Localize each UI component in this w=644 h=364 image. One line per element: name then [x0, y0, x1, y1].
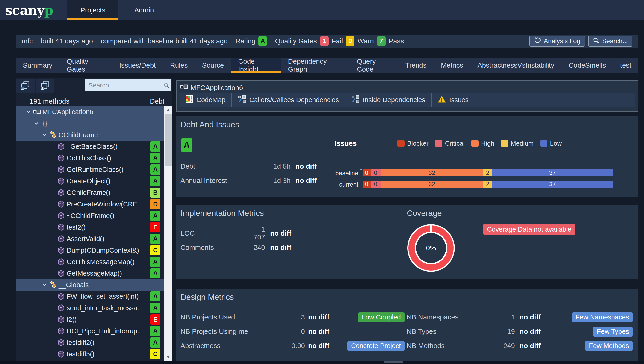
metric-row: Debt1d 5hno diff — [180, 159, 317, 173]
project-rating-badge: A — [182, 138, 192, 152]
tree-row[interactable]: send_inter_task_messa...A — [16, 302, 164, 314]
horizontal-scrollbar[interactable] — [0, 361, 644, 364]
tree-item-label: CChildFrame — [58, 131, 98, 139]
tab-issues-debt[interactable]: Issues/Debt — [112, 58, 163, 73]
legend-item: Medium — [501, 140, 534, 147]
tree-row[interactable]: Dump(CDumpContext&)C — [16, 244, 164, 256]
metric-label: LOC — [180, 229, 250, 237]
tree-row[interactable]: HCI_Pipe_Halt_interrup...A — [16, 325, 164, 337]
tree-row[interactable]: GetThisMessageMap()A — [16, 256, 164, 268]
debt-and-issues-panel: Debt And Issues A Debt1d 5hno diffAnnual… — [176, 116, 638, 197]
inside-dependencies-button[interactable]: Inside Dependencies — [345, 93, 431, 107]
tree-search-input[interactable] — [85, 79, 172, 91]
tab-code-insight[interactable]: Code Insight — [231, 58, 281, 73]
tree-item-label: FW_flow_set_assert(int) — [66, 293, 139, 300]
coverage-percent: 0% — [416, 233, 446, 263]
tree-row[interactable]: ~CChildFrame()A — [16, 210, 164, 221]
tree-row[interactable]: CChildFrame()B — [16, 187, 164, 198]
tree-row[interactable]: test2()E — [16, 221, 164, 233]
tab-test[interactable]: test — [613, 58, 638, 73]
rating-badge: A — [150, 337, 160, 348]
tree-row[interactable]: GetMessageMap()A — [16, 268, 164, 279]
tab-trends[interactable]: Trends — [398, 58, 434, 73]
method-icon — [56, 154, 66, 162]
metric-badge: Few Namespaces — [572, 312, 633, 322]
metric-value: 19 — [483, 327, 515, 335]
metric-diff: no diff — [520, 327, 541, 335]
coverage-donut-chart: 0% — [407, 224, 455, 272]
tree-item-label: GetRuntimeClass() — [66, 166, 124, 173]
tab-dependency-graph[interactable]: Dependency Graph — [281, 58, 350, 73]
tree-row[interactable]: _GetBaseClass()A — [16, 141, 164, 152]
bar-segment-low: 37 — [492, 181, 613, 188]
legend-item: Critical — [435, 140, 465, 147]
metric-value: 240 — [250, 244, 265, 251]
metric-row: NB Methods249no diffFew Methods — [406, 339, 633, 353]
tree-row[interactable]: __Globals — [16, 279, 164, 291]
scroll-up-arrow-icon[interactable]: ▲ — [164, 106, 172, 113]
metric-label: NB Types — [406, 327, 483, 335]
tree-row[interactable]: PreCreateWindow(CRE...D — [16, 198, 164, 210]
method-icon — [56, 258, 66, 265]
tree-item-label: __Globals — [58, 281, 89, 289]
logo-accent-letter: p — [44, 3, 53, 18]
tab-summary[interactable]: Summary — [16, 58, 60, 73]
analysis-log-button[interactable]: Analysis Log — [530, 36, 585, 47]
metric-badge: Few Methods — [585, 341, 633, 351]
tree-row[interactable]: {} — [16, 118, 164, 129]
tree-row[interactable]: f2()E — [16, 314, 164, 325]
tree-row[interactable]: testdiff2()A — [16, 337, 164, 348]
metric-diff: no diff — [270, 229, 291, 237]
pass-label: Pass — [388, 37, 404, 45]
selected-item-title: MFCApplication6 — [176, 81, 638, 93]
tab-source[interactable]: Source — [195, 58, 231, 73]
tree-item-label: Dump(CDumpContext&) — [66, 247, 139, 254]
metric-value: 1 — [483, 313, 515, 321]
tree-row[interactable]: GetRuntimeClass()A — [16, 164, 164, 175]
metric-label: NB Namespaces — [406, 313, 483, 321]
tab-abstractnessvsinstability[interactable]: AbstractnessVsInstability — [470, 58, 561, 73]
tab-codesmells[interactable]: CodeSmells — [562, 58, 613, 73]
tab-rules[interactable]: Rules — [163, 58, 195, 73]
bar-segment-blocker: 0 — [362, 169, 371, 176]
tab-query-code[interactable]: Query Code — [350, 58, 398, 73]
nav-tab-admin[interactable]: Admin — [118, 0, 170, 20]
method-icon — [56, 304, 66, 312]
top-navbar: scanyp ProjectsAdmin — [0, 0, 644, 20]
global-search-button[interactable]: Search... — [588, 36, 632, 47]
tree-row[interactable]: GetThisClass()A — [16, 152, 164, 164]
codemap-button[interactable]: CodeMap — [179, 93, 232, 107]
section-title: Design Metrics — [180, 292, 234, 302]
tree-row[interactable]: AssertValid()A — [16, 233, 164, 244]
class-icon — [48, 281, 58, 289]
main-tab-bar: SummaryQuality GatesIssues/DebtRulesSour… — [16, 58, 638, 73]
tab-quality-gates[interactable]: Quality Gates — [60, 58, 112, 73]
metric-badge: Few Types — [593, 327, 633, 336]
coverage-unavailable-badge: Coverage Data not available — [483, 224, 575, 235]
metric-diff: no diff — [308, 327, 330, 335]
tree-row[interactable]: MFCApplication6 — [16, 106, 164, 118]
bar-segment-high: 32 — [380, 181, 483, 188]
tree-item-label: send_inter_task_messa... — [66, 304, 143, 312]
tree-item-label: f2() — [66, 316, 77, 323]
collapse-all-button[interactable] — [16, 79, 34, 93]
tab-metrics[interactable]: Metrics — [434, 58, 470, 73]
tree-row[interactable]: CreateObject()A — [16, 175, 164, 187]
rating-badge: B — [150, 188, 160, 198]
scroll-down-arrow-icon[interactable]: ▼ — [164, 354, 172, 361]
rating-badge: A — [150, 164, 160, 175]
callers-callees-dependencies-button[interactable]: Callers/Callees Dependencies — [232, 93, 345, 107]
tree-row[interactable]: CChildFrame — [16, 129, 164, 141]
warn-label: Warn — [358, 37, 374, 45]
metric-row: LOC1 707no diff — [180, 226, 291, 240]
tree-row[interactable]: testdiff5()C — [16, 348, 164, 360]
horizontal-scrollbar-thumb[interactable] — [384, 361, 403, 363]
scrollbar-thumb[interactable] — [165, 114, 172, 166]
nav-tab-projects[interactable]: Projects — [67, 0, 118, 20]
bar-segment-low: 37 — [492, 169, 613, 176]
bar-row-label: current — [322, 181, 358, 188]
tree-vertical-scrollbar[interactable]: ▲ ▼ — [164, 106, 172, 361]
tree-row[interactable]: FW_flow_set_assert(int)A — [16, 291, 164, 302]
issues-button[interactable]: Issues — [431, 93, 474, 107]
expand-all-button[interactable] — [36, 79, 54, 93]
